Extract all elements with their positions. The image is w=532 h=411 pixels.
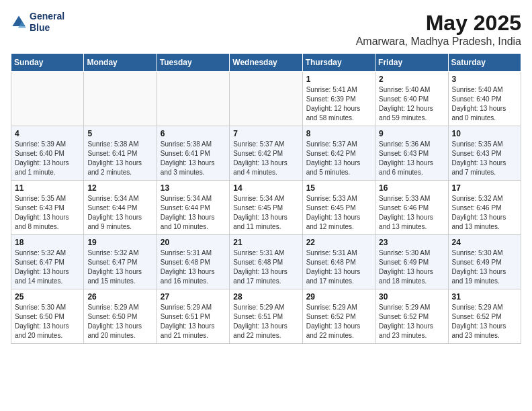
- day-number: 9: [379, 129, 444, 138]
- calendar-cell: [157, 72, 229, 126]
- day-header-thursday: Thursday: [302, 54, 375, 72]
- day-number: 31: [452, 292, 517, 302]
- calendar-week-row: 25Sunrise: 5:30 AM Sunset: 6:50 PM Dayli…: [11, 289, 521, 344]
- day-number: 23: [379, 238, 444, 247]
- day-header-saturday: Saturday: [448, 54, 521, 72]
- logo: General Blue: [11, 11, 64, 34]
- calendar-cell: 22Sunrise: 5:31 AM Sunset: 6:48 PM Dayli…: [302, 235, 375, 289]
- day-number: 27: [161, 292, 226, 302]
- calendar-cell: 3Sunrise: 5:40 AM Sunset: 6:40 PM Daylig…: [448, 72, 521, 126]
- calendar-cell: 8Sunrise: 5:37 AM Sunset: 6:42 PM Daylig…: [302, 126, 375, 181]
- day-number: 2: [379, 75, 444, 84]
- calendar-cell: 15Sunrise: 5:33 AM Sunset: 6:45 PM Dayli…: [302, 181, 375, 235]
- day-info: Sunrise: 5:39 AM Sunset: 6:40 PM Dayligh…: [15, 140, 80, 177]
- day-number: 18: [15, 238, 80, 247]
- day-number: 1: [306, 75, 371, 84]
- title-area: May 2025 Amarwara, Madhya Pradesh, India: [356, 11, 521, 48]
- day-info: Sunrise: 5:29 AM Sunset: 6:52 PM Dayligh…: [306, 303, 371, 340]
- day-number: 3: [452, 75, 517, 84]
- day-info: Sunrise: 5:40 AM Sunset: 6:40 PM Dayligh…: [379, 85, 444, 123]
- day-number: 17: [452, 183, 517, 193]
- day-info: Sunrise: 5:37 AM Sunset: 6:42 PM Dayligh…: [306, 140, 371, 177]
- day-info: Sunrise: 5:31 AM Sunset: 6:48 PM Dayligh…: [306, 248, 371, 286]
- day-info: Sunrise: 5:35 AM Sunset: 6:43 PM Dayligh…: [452, 140, 517, 177]
- day-info: Sunrise: 5:32 AM Sunset: 6:47 PM Dayligh…: [15, 248, 80, 286]
- calendar-cell: 1Sunrise: 5:41 AM Sunset: 6:39 PM Daylig…: [302, 72, 375, 126]
- calendar-cell: 7Sunrise: 5:37 AM Sunset: 6:42 PM Daylig…: [230, 126, 302, 181]
- day-info: Sunrise: 5:30 AM Sunset: 6:50 PM Dayligh…: [15, 303, 80, 340]
- day-info: Sunrise: 5:35 AM Sunset: 6:43 PM Dayligh…: [15, 194, 80, 232]
- calendar-cell: 28Sunrise: 5:29 AM Sunset: 6:51 PM Dayli…: [230, 289, 302, 344]
- logo-text: General Blue: [30, 11, 64, 34]
- calendar-week-row: 1Sunrise: 5:41 AM Sunset: 6:39 PM Daylig…: [11, 72, 521, 126]
- calendar-cell: 2Sunrise: 5:40 AM Sunset: 6:40 PM Daylig…: [375, 72, 448, 126]
- calendar-cell: 29Sunrise: 5:29 AM Sunset: 6:52 PM Dayli…: [302, 289, 375, 344]
- calendar-week-row: 18Sunrise: 5:32 AM Sunset: 6:47 PM Dayli…: [11, 235, 521, 289]
- calendar-header-row: SundayMondayTuesdayWednesdayThursdayFrid…: [11, 54, 521, 72]
- calendar-cell: 23Sunrise: 5:30 AM Sunset: 6:49 PM Dayli…: [375, 235, 448, 289]
- day-number: 13: [161, 183, 226, 193]
- day-number: 10: [452, 129, 517, 138]
- calendar-week-row: 11Sunrise: 5:35 AM Sunset: 6:43 PM Dayli…: [11, 181, 521, 235]
- calendar-cell: 27Sunrise: 5:29 AM Sunset: 6:51 PM Dayli…: [157, 289, 229, 344]
- calendar-cell: 30Sunrise: 5:29 AM Sunset: 6:52 PM Dayli…: [375, 289, 448, 344]
- day-info: Sunrise: 5:36 AM Sunset: 6:43 PM Dayligh…: [379, 140, 444, 177]
- day-info: Sunrise: 5:38 AM Sunset: 6:41 PM Dayligh…: [161, 140, 226, 177]
- calendar-cell: 24Sunrise: 5:30 AM Sunset: 6:49 PM Dayli…: [448, 235, 521, 289]
- calendar-cell: [11, 72, 84, 126]
- day-header-friday: Friday: [375, 54, 448, 72]
- day-info: Sunrise: 5:29 AM Sunset: 6:51 PM Dayligh…: [233, 303, 298, 340]
- day-header-sunday: Sunday: [11, 54, 84, 72]
- day-number: 20: [161, 238, 226, 247]
- calendar-cell: 5Sunrise: 5:38 AM Sunset: 6:41 PM Daylig…: [84, 126, 157, 181]
- day-info: Sunrise: 5:30 AM Sunset: 6:49 PM Dayligh…: [379, 248, 444, 286]
- day-number: 12: [87, 183, 152, 193]
- calendar-cell: [84, 72, 157, 126]
- day-number: 8: [306, 129, 371, 138]
- header: General Blue May 2025 Amarwara, Madhya P…: [11, 11, 521, 48]
- day-info: Sunrise: 5:34 AM Sunset: 6:44 PM Dayligh…: [87, 194, 152, 232]
- logo-icon: [11, 14, 27, 30]
- day-info: Sunrise: 5:41 AM Sunset: 6:39 PM Dayligh…: [306, 85, 371, 123]
- day-number: 26: [87, 292, 152, 302]
- day-info: Sunrise: 5:31 AM Sunset: 6:48 PM Dayligh…: [161, 248, 226, 286]
- day-info: Sunrise: 5:34 AM Sunset: 6:45 PM Dayligh…: [233, 194, 298, 232]
- day-number: 16: [379, 183, 444, 193]
- day-info: Sunrise: 5:29 AM Sunset: 6:51 PM Dayligh…: [161, 303, 226, 340]
- day-number: 21: [233, 238, 298, 247]
- day-info: Sunrise: 5:32 AM Sunset: 6:46 PM Dayligh…: [452, 194, 517, 232]
- day-info: Sunrise: 5:29 AM Sunset: 6:52 PM Dayligh…: [379, 303, 444, 340]
- day-number: 25: [15, 292, 80, 302]
- day-header-wednesday: Wednesday: [230, 54, 302, 72]
- calendar-week-row: 4Sunrise: 5:39 AM Sunset: 6:40 PM Daylig…: [11, 126, 521, 181]
- day-number: 24: [452, 238, 517, 247]
- calendar-cell: 10Sunrise: 5:35 AM Sunset: 6:43 PM Dayli…: [448, 126, 521, 181]
- calendar-cell: 17Sunrise: 5:32 AM Sunset: 6:46 PM Dayli…: [448, 181, 521, 235]
- day-number: 19: [87, 238, 152, 247]
- calendar-cell: 13Sunrise: 5:34 AM Sunset: 6:44 PM Dayli…: [157, 181, 229, 235]
- day-number: 15: [306, 183, 371, 193]
- day-header-monday: Monday: [84, 54, 157, 72]
- day-number: 14: [233, 183, 298, 193]
- calendar-cell: 16Sunrise: 5:33 AM Sunset: 6:46 PM Dayli…: [375, 181, 448, 235]
- day-info: Sunrise: 5:38 AM Sunset: 6:41 PM Dayligh…: [87, 140, 152, 177]
- calendar-subtitle: Amarwara, Madhya Pradesh, India: [356, 36, 521, 48]
- day-info: Sunrise: 5:31 AM Sunset: 6:48 PM Dayligh…: [233, 248, 298, 286]
- calendar-cell: 6Sunrise: 5:38 AM Sunset: 6:41 PM Daylig…: [157, 126, 229, 181]
- day-number: 28: [233, 292, 298, 302]
- calendar-cell: 4Sunrise: 5:39 AM Sunset: 6:40 PM Daylig…: [11, 126, 84, 181]
- day-number: 11: [15, 183, 80, 193]
- calendar-cell: 19Sunrise: 5:32 AM Sunset: 6:47 PM Dayli…: [84, 235, 157, 289]
- calendar-cell: 21Sunrise: 5:31 AM Sunset: 6:48 PM Dayli…: [230, 235, 302, 289]
- calendar-table: SundayMondayTuesdayWednesdayThursdayFrid…: [11, 53, 521, 344]
- calendar-cell: 25Sunrise: 5:30 AM Sunset: 6:50 PM Dayli…: [11, 289, 84, 344]
- day-number: 29: [306, 292, 371, 302]
- day-info: Sunrise: 5:33 AM Sunset: 6:46 PM Dayligh…: [379, 194, 444, 232]
- calendar-cell: 18Sunrise: 5:32 AM Sunset: 6:47 PM Dayli…: [11, 235, 84, 289]
- calendar-cell: 12Sunrise: 5:34 AM Sunset: 6:44 PM Dayli…: [84, 181, 157, 235]
- day-number: 22: [306, 238, 371, 247]
- day-info: Sunrise: 5:34 AM Sunset: 6:44 PM Dayligh…: [161, 194, 226, 232]
- day-info: Sunrise: 5:30 AM Sunset: 6:49 PM Dayligh…: [452, 248, 517, 286]
- day-info: Sunrise: 5:33 AM Sunset: 6:45 PM Dayligh…: [306, 194, 371, 232]
- calendar-title: May 2025: [356, 11, 521, 36]
